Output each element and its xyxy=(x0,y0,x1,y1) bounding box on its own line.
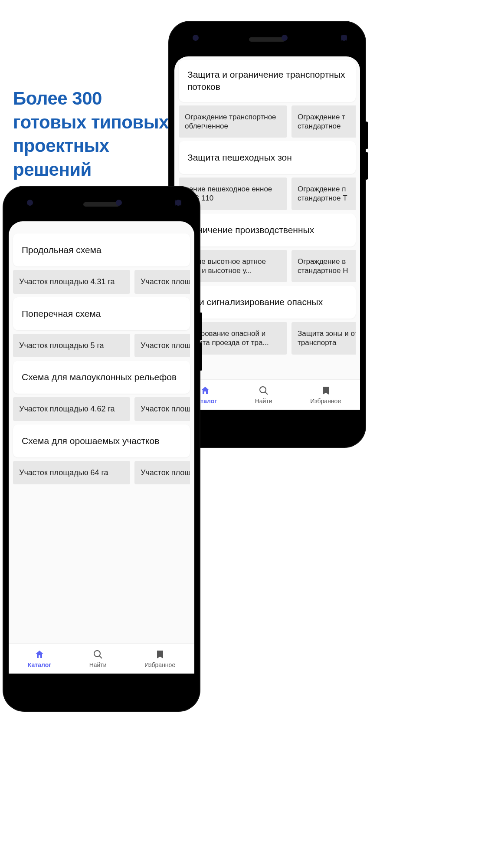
svg-line-1 xyxy=(265,392,268,395)
phone-mockup-left: Продольная схема Участок площадью 4.31 г… xyxy=(3,187,200,711)
content-scroll[interactable]: Продольная схема Участок площадью 4.31 г… xyxy=(9,221,194,643)
section-header[interactable]: Продольная схема xyxy=(13,233,190,266)
bottom-nav: Каталог Найти Избранное xyxy=(174,379,360,410)
nav-catalog[interactable]: Каталог xyxy=(28,649,51,668)
nav-label: Избранное xyxy=(310,398,341,404)
nav-search[interactable]: Найти xyxy=(89,649,107,668)
nav-label: Каталог xyxy=(28,661,51,668)
chip[interactable]: Ограждение в стандартное H xyxy=(291,250,356,283)
chip[interactable]: Участок площ xyxy=(134,270,190,294)
chip-row: Участок площадью 4.62 га Участок площ xyxy=(13,397,190,421)
phone-chin xyxy=(9,677,194,705)
chip-row: Участок площадью 64 га Участок площ xyxy=(13,461,190,485)
chip[interactable]: Ограждение т стандартное xyxy=(291,105,356,138)
chip[interactable]: Участок площадью 64 га xyxy=(13,461,130,485)
promo-headline: Более 300 готовых типовых проектных реше… xyxy=(13,87,174,181)
chip-row: Участок площадью 5 га Участок площ xyxy=(13,334,190,358)
nav-search[interactable]: Найти xyxy=(255,385,272,404)
chip[interactable]: Участок площадью 5 га xyxy=(13,334,130,358)
phone-sensors xyxy=(6,200,202,206)
content-scroll[interactable]: Защита и ограничение транспортных потоко… xyxy=(174,56,360,379)
nav-label: Найти xyxy=(89,661,107,668)
search-icon xyxy=(93,649,103,660)
chip[interactable]: Участок площ xyxy=(134,461,190,485)
section-header[interactable]: Защита пешеходных зон xyxy=(179,141,356,174)
chip-row: Ограждение транспортное облегченное Огра… xyxy=(179,105,356,138)
home-icon xyxy=(200,385,210,396)
bottom-nav: Каталог Найти Избранное xyxy=(9,643,194,674)
chip-row: лизирование опасной и защита проезда от … xyxy=(179,322,356,355)
phone-chin xyxy=(174,413,360,441)
volume-down-button xyxy=(200,343,202,371)
chip-row: дение пешеходное енное TBS 110 Ограждени… xyxy=(179,178,356,210)
chip[interactable]: Участок площ xyxy=(134,397,190,421)
section-header[interactable]: Защита и ограничение транспортных потоко… xyxy=(179,60,356,102)
nav-label: Избранное xyxy=(144,661,175,668)
nav-label: Найти xyxy=(255,398,272,404)
section-header[interactable]: раничение производственных xyxy=(179,214,356,247)
volume-down-button xyxy=(365,152,368,180)
chip[interactable]: Участок площ xyxy=(134,334,190,358)
chip[interactable]: Ограждение транспортное облегченное xyxy=(179,105,287,138)
phone-sensors xyxy=(172,35,368,41)
chip[interactable]: Защита зоны и от транспорта xyxy=(291,322,356,355)
chip-row: дение высотное артное HBP и высотное у..… xyxy=(179,250,356,283)
section-header[interactable]: та и сигнализирование опасных xyxy=(179,286,356,319)
section-header[interactable]: Схема для малоуклонных рельефов xyxy=(13,361,190,394)
svg-line-3 xyxy=(99,656,102,658)
nav-favorites[interactable]: Избранное xyxy=(310,385,341,404)
search-icon xyxy=(259,385,269,396)
volume-up-button xyxy=(365,122,368,149)
chip[interactable]: Ограждение п стандартное T xyxy=(291,178,356,210)
nav-favorites[interactable]: Избранное xyxy=(144,649,175,668)
svg-point-0 xyxy=(260,387,266,393)
svg-point-2 xyxy=(94,651,100,657)
chip[interactable]: Участок площадью 4.62 га xyxy=(13,397,130,421)
volume-up-button xyxy=(200,312,202,340)
section-header[interactable]: Поперечная схема xyxy=(13,297,190,330)
home-icon xyxy=(34,649,45,660)
section-header[interactable]: Схема для орошаемых участков xyxy=(13,424,190,457)
phone-b-screen: Продольная схема Участок площадью 4.31 г… xyxy=(9,221,194,674)
phone-a-screen: Защита и ограничение транспортных потоко… xyxy=(174,56,360,410)
bookmark-icon xyxy=(155,649,165,660)
chip-row: Участок площадью 4.31 га Участок площ xyxy=(13,270,190,294)
bookmark-icon xyxy=(321,385,331,396)
chip[interactable]: Участок площадью 4.31 га xyxy=(13,270,130,294)
